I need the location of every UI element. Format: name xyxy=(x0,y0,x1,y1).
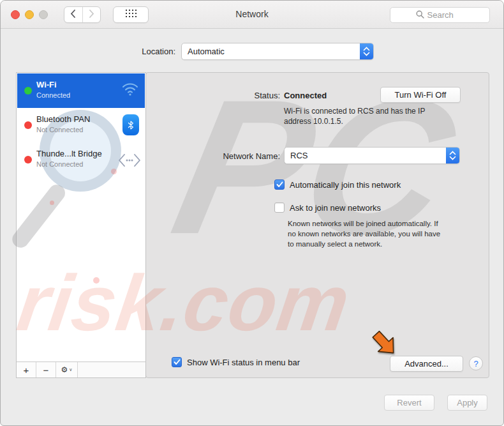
sidebar-item-thunderbolt-bridge[interactable]: Thunde...lt Bridge Not Connected xyxy=(17,142,145,177)
network-name-label: Network Name: xyxy=(146,151,280,161)
chevron-down-icon: ∨ xyxy=(69,367,72,372)
location-dropdown-value: Automatic xyxy=(182,43,360,59)
status-description-line1: Wi-Fi is connected to RCS and has the IP xyxy=(284,106,425,116)
location-dropdown[interactable]: Automatic xyxy=(181,43,374,60)
thunderbolt-bridge-icon xyxy=(117,153,142,170)
apply-button[interactable]: Apply xyxy=(447,395,487,411)
ask-join-checkbox[interactable] xyxy=(274,202,285,213)
orange-arrow-annotation xyxy=(367,326,403,361)
status-label: Status: xyxy=(146,91,280,100)
status-dot-not-connected xyxy=(24,156,32,164)
status-description-line2: address 10.0.1.5. xyxy=(284,116,343,126)
search-icon xyxy=(416,10,424,20)
services-list: Wi-Fi Connected Bluetooth PAN xyxy=(16,72,146,378)
auto-join-checkbox[interactable] xyxy=(274,179,285,190)
checkmark-icon xyxy=(174,358,181,367)
wifi-settings-panel: PC Status: Connected Turn Wi-Fi Off Wi-F… xyxy=(145,72,489,378)
menu-bar-checkbox[interactable] xyxy=(172,357,182,367)
search-field[interactable] xyxy=(390,7,490,23)
add-service-button[interactable]: + xyxy=(17,362,36,377)
wifi-icon xyxy=(121,81,139,98)
magnifier-watermark-handle xyxy=(9,181,68,251)
menu-bar-label: Show Wi-Fi status in menu bar xyxy=(187,358,300,367)
watermark-speck xyxy=(93,277,100,284)
watermark-speck xyxy=(50,201,54,205)
search-input[interactable] xyxy=(427,10,464,20)
minus-icon: − xyxy=(43,365,49,376)
revert-button[interactable]: Revert xyxy=(384,395,434,411)
status-value: Connected xyxy=(284,91,327,100)
network-name-value: RCS xyxy=(285,148,446,164)
network-name-dropdown[interactable]: RCS xyxy=(284,147,460,164)
status-dot-not-connected xyxy=(24,121,32,129)
titlebar: Network xyxy=(1,1,503,29)
turn-wifi-off-button[interactable]: Turn Wi-Fi Off xyxy=(380,87,461,103)
service-actions-button[interactable]: ⚙ ∨ xyxy=(56,362,78,377)
chevron-up-down-icon xyxy=(446,148,459,164)
services-list-footer: + − ⚙ ∨ xyxy=(17,361,145,377)
auto-join-label: Automatically join this network xyxy=(290,180,401,190)
ask-join-help-line1: Known networks will be joined automatica… xyxy=(288,218,438,229)
location-label: Location: xyxy=(77,47,175,56)
sidebar-item-bluetooth-pan[interactable]: Bluetooth PAN Not Connected xyxy=(17,108,145,142)
chevron-up-down-icon xyxy=(360,43,373,59)
sidebar-item-wifi[interactable]: Wi-Fi Connected xyxy=(17,73,145,108)
remove-service-button[interactable]: − xyxy=(36,362,56,377)
ask-join-label: Ask to join new networks xyxy=(290,203,381,213)
help-button[interactable]: ? xyxy=(469,356,483,370)
ask-join-help-line2: no known networks are available, you wil… xyxy=(288,229,440,239)
network-preferences-window: Network Location: Automatic Wi-Fi Connec… xyxy=(0,0,504,426)
gear-icon: ⚙ xyxy=(61,365,68,374)
checkmark-icon xyxy=(276,180,283,190)
status-dot-connected xyxy=(24,87,32,95)
plus-icon: + xyxy=(24,365,29,376)
bluetooth-icon xyxy=(122,114,139,135)
ask-join-help-line3: to manually select a network. xyxy=(288,239,382,249)
